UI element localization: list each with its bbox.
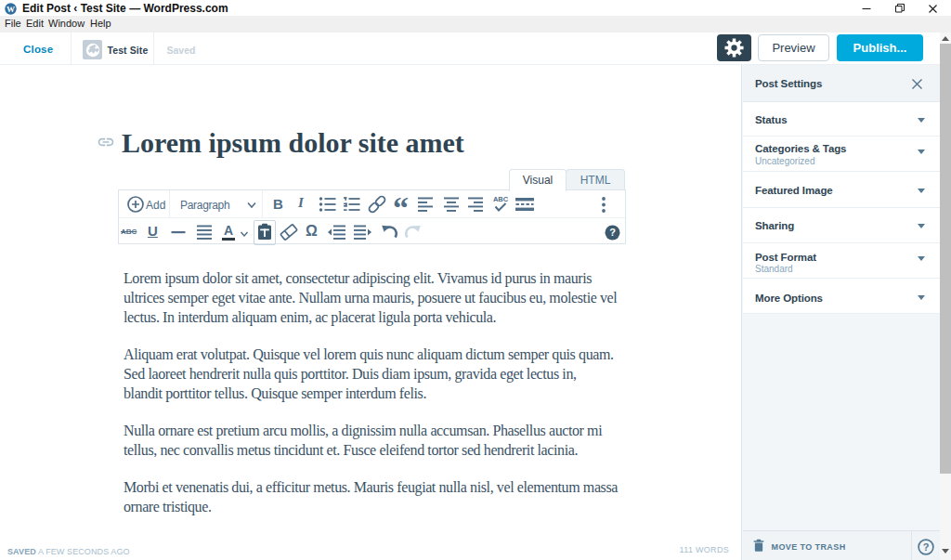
svg-text:ABC: ABC — [492, 195, 508, 203]
svg-text:W: W — [7, 4, 15, 13]
svg-text:?: ? — [922, 541, 929, 553]
svg-text:?: ? — [609, 227, 616, 238]
